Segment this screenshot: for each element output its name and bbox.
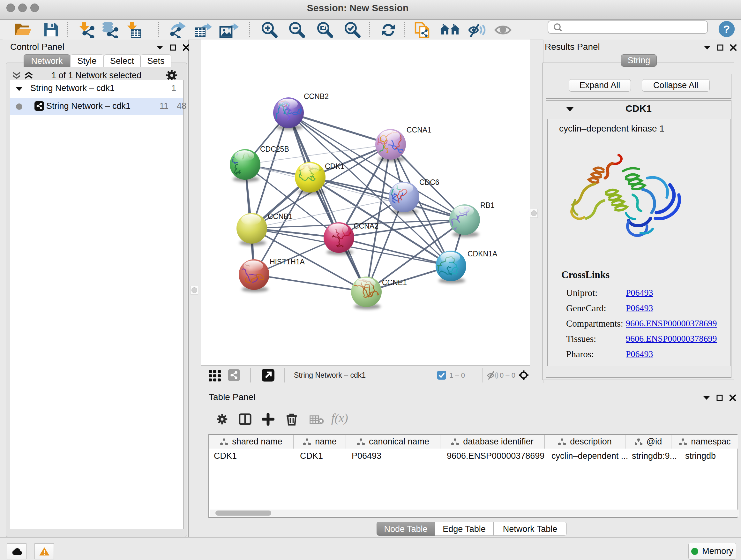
svg-text:?: ? [724,23,730,35]
svg-text:CDC6: CDC6 [419,178,440,186]
svg-text:CCNE1: CCNE1 [382,278,407,287]
svg-text:CDK1: CDK1 [325,162,344,171]
svg-text:CCNA2: CCNA2 [354,222,379,230]
svg-text:CCNB1: CCNB1 [268,212,293,221]
svg-text:CDKN1A: CDKN1A [468,250,497,258]
svg-text:CCNB2: CCNB2 [304,92,329,101]
svg-text:HIST1H1A: HIST1H1A [270,258,305,266]
svg-text:CCNA1: CCNA1 [407,126,431,134]
svg-text:RB1: RB1 [480,201,495,209]
svg-text:CDC25B: CDC25B [260,145,289,153]
